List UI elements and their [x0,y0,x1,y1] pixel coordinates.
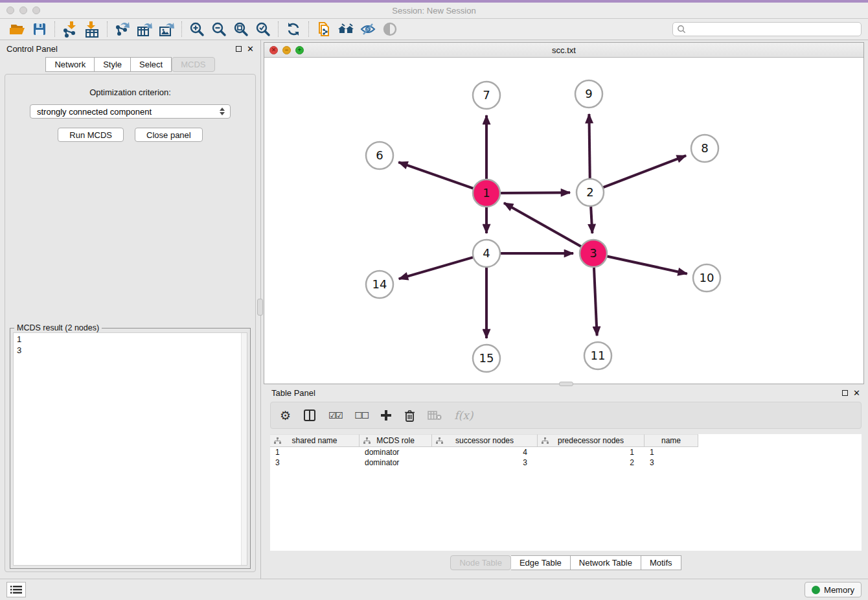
graph-edge-3-10[interactable] [606,256,687,273]
graph-node-2[interactable]: 2 [577,179,604,206]
tab-network[interactable]: Network [45,57,95,72]
tab-edge-table[interactable]: Edge Table [511,555,571,570]
table-cell[interactable]: 1 [270,448,360,457]
search-field-wrap [672,22,862,36]
optimization-dropdown[interactable]: strongly connected component [30,104,231,119]
table-cell[interactable]: 2 [538,458,645,467]
svg-text:4: 4 [483,246,490,260]
refresh-layout-icon[interactable] [282,20,304,38]
export-image-icon[interactable] [155,20,177,38]
graph-node-6[interactable]: 6 [366,142,393,169]
table-cell[interactable]: 3 [270,458,360,467]
graph-edge-1-2[interactable] [499,192,570,193]
graph-edge-1-6[interactable] [398,162,475,189]
graph-node-10[interactable]: 10 [693,264,720,292]
tab-node-table[interactable]: Node Table [450,555,511,570]
svg-text:14: 14 [372,277,387,291]
table-cell[interactable]: dominator [360,458,432,467]
column-header-shared-name[interactable]: shared name [270,434,360,447]
graph-edge-3-1[interactable] [504,203,582,247]
table-settings-icon[interactable]: ⚙ [280,408,291,423]
tab-mcds[interactable]: MCDS [172,57,214,72]
toolbar-separator [107,21,108,37]
hide-graphics-icon[interactable] [357,20,379,38]
control-panel: Control Panel ✕ NetworkStyleSelectMCDS O… [0,40,261,579]
table-cell[interactable]: 4 [432,448,538,457]
column-header-MCDS-role[interactable]: MCDS role [360,434,432,447]
vertical-splitter-handle[interactable] [257,299,263,316]
open-session-icon[interactable] [6,20,29,38]
select-all-rows-icon[interactable]: ☑☑ [328,410,342,421]
manage-columns-icon[interactable] [303,409,316,422]
graph-node-7[interactable]: 7 [473,82,500,109]
svg-text:3: 3 [589,246,597,260]
run-mcds-button[interactable]: Run MCDS [58,128,124,142]
network-canvas[interactable]: 1234678910111415 [264,58,863,384]
search-input[interactable] [689,25,857,34]
column-header-successor-nodes[interactable]: successor nodes [432,434,538,447]
mcds-panel: Optimization criterion: strongly connect… [5,74,256,572]
import-network-icon[interactable] [59,20,81,38]
zoom-out-icon[interactable] [208,20,230,38]
svg-text:9: 9 [585,87,592,100]
clone-network-icon[interactable] [313,20,335,38]
export-table-icon[interactable] [133,20,155,38]
graph-node-3[interactable]: 3 [580,240,607,267]
add-row-icon[interactable] [380,410,392,421]
zoom-in-icon[interactable] [186,20,208,38]
graph-node-1[interactable]: 1 [473,179,500,207]
import-table-icon[interactable] [81,20,103,38]
graph-node-14[interactable]: 14 [366,271,393,298]
app-titlebar: Session: New Session [0,3,868,19]
column-header-predecessor-nodes[interactable]: predecessor nodes [538,434,645,447]
graph-edge-2-9[interactable] [589,114,589,180]
control-panel-title: Control Panel [6,44,58,54]
graph-edge-4-14[interactable] [399,257,475,279]
graph-edge-3-11[interactable] [594,266,597,336]
table-cell[interactable]: 1 [538,448,645,457]
svg-text:6: 6 [376,148,383,162]
graph-node-4[interactable]: 4 [473,240,500,267]
close-table-panel-icon[interactable]: ✕ [853,389,860,397]
mcds-result-text[interactable]: 1 3 [13,332,247,566]
table-cell[interactable]: 3 [432,458,538,467]
delete-row-icon[interactable] [404,410,415,422]
graph-node-11[interactable]: 11 [584,342,611,369]
save-session-icon[interactable] [29,20,51,38]
home-sessions-icon[interactable] [335,20,357,38]
task-history-button[interactable] [6,582,26,597]
float-panel-icon[interactable] [236,46,242,52]
graph-edge-2-8[interactable] [602,156,686,188]
network-window: ✕ − + scc.txt 1234678910111415 [264,42,864,384]
svg-text:7: 7 [483,88,490,102]
tab-network-table[interactable]: Network Table [571,555,641,570]
graph-node-15[interactable]: 15 [473,345,500,372]
tab-select[interactable]: Select [131,57,172,72]
mcds-result-title: MCDS result (2 nodes) [14,323,102,332]
table-cell[interactable]: 3 [645,458,698,467]
network-window-titlebar[interactable]: ✕ − + scc.txt [264,43,863,58]
deselect-all-rows-icon[interactable]: ☐☐ [354,410,368,421]
close-panel-icon[interactable]: ✕ [247,45,254,53]
table-cell[interactable]: 1 [645,448,698,457]
column-header-name[interactable]: name [645,434,698,447]
zoom-fit-icon[interactable] [230,20,252,38]
graph-edge-2-3[interactable] [591,205,592,233]
table-row[interactable]: 3dominator323 [270,457,862,468]
node-table[interactable]: shared nameMCDS rolesuccessor nodesprede… [270,434,862,551]
tab-style[interactable]: Style [95,57,131,72]
table-row[interactable]: 1dominator411 [270,447,862,457]
search-icon [677,25,686,34]
memory-button[interactable]: Memory [805,582,862,597]
table-cell[interactable]: dominator [360,448,432,457]
close-panel-button[interactable]: Close panel [135,128,203,142]
export-network-icon[interactable] [111,20,133,38]
tab-motifs[interactable]: Motifs [641,555,681,570]
zoom-selected-icon[interactable] [252,20,274,38]
float-table-panel-icon[interactable] [842,390,848,396]
optimization-label: Optimization criterion: [89,87,171,97]
graph-node-9[interactable]: 9 [575,80,602,108]
horizontal-splitter-handle[interactable] [559,382,573,386]
result-scrollbar[interactable] [241,333,247,565]
graph-node-8[interactable]: 8 [691,135,718,162]
